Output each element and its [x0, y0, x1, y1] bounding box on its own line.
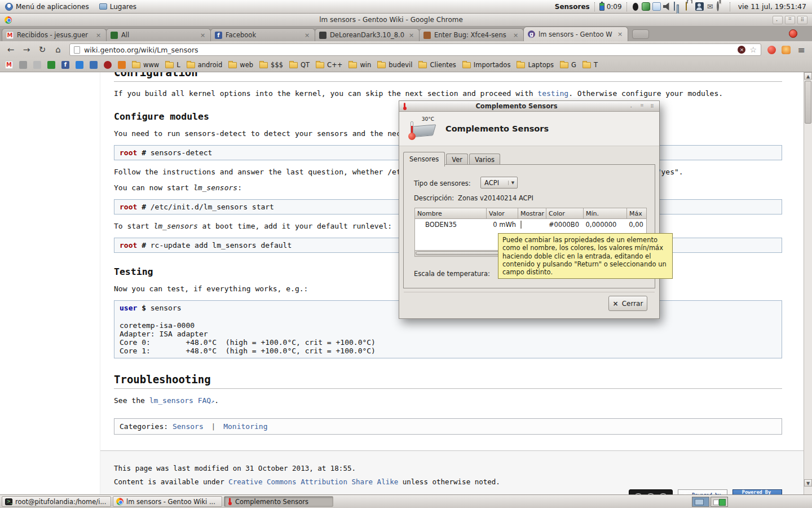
tab-lm-sensors-active[interactable]: g lm sensors - Gentoo W × — [523, 27, 628, 41]
home-button[interactable]: ⌂ — [51, 43, 65, 56]
bookmark-facebook-icon[interactable]: f — [61, 61, 69, 69]
url-text[interactable]: wiki.gentoo.org/wiki/Lm_sensors — [84, 46, 734, 54]
workspace-2[interactable] — [710, 497, 728, 507]
bookmark-folder[interactable]: win — [348, 61, 371, 69]
column-valor[interactable]: Valor — [487, 208, 518, 219]
back-button[interactable]: ← — [3, 43, 18, 56]
category-link-sensors[interactable]: Sensors — [173, 422, 204, 431]
bookmark-folder[interactable]: Laptops — [517, 61, 554, 69]
tab-close-icon[interactable]: × — [408, 32, 415, 39]
scroll-up-arrow[interactable]: ▲ — [804, 72, 812, 80]
mostrar-checkbox[interactable] — [520, 221, 522, 229]
power-icon[interactable] — [717, 1, 719, 11]
bookmark-rss-icon[interactable] — [118, 61, 126, 69]
tab-close-icon[interactable]: × — [199, 32, 206, 39]
bookmark-folder[interactable]: C++ — [316, 61, 342, 69]
category-link-monitoring[interactable]: Monitoring — [223, 422, 267, 431]
page-scrollbar[interactable]: ▲ ▼ — [804, 72, 812, 494]
mail-icon[interactable]: ✉ — [706, 2, 714, 11]
dialog-minimize-button[interactable]: ⠄ — [628, 103, 636, 110]
bookmark-folder[interactable]: budevil — [377, 61, 412, 69]
cerrar-button[interactable]: × Cerrar — [608, 296, 647, 311]
window-maximize-button[interactable]: ⠛ — [785, 16, 795, 24]
tabstrip-extension-icon[interactable] — [789, 29, 797, 38]
bookmark-dropbox-icon[interactable] — [76, 61, 83, 69]
column-min[interactable]: Mín. — [584, 208, 627, 219]
tab-close-icon[interactable]: × — [616, 30, 624, 38]
column-mostrar[interactable]: Mostrar — [518, 208, 546, 219]
bookmark-favicon[interactable] — [33, 61, 41, 69]
task-sensors-dialog[interactable]: Complemento Sensors — [224, 496, 333, 507]
link-testing[interactable]: testing — [537, 89, 568, 98]
sensors-plugin-label[interactable]: Sensores — [555, 3, 590, 11]
tab-close-icon[interactable]: × — [303, 32, 311, 39]
bookmark-star-icon[interactable]: ☆ — [749, 45, 757, 54]
window-close-button[interactable]: ⠿ — [797, 16, 807, 24]
column-color[interactable]: Color — [546, 208, 584, 219]
panel-clock[interactable]: vie 11 jul, 19:51:47 — [735, 2, 810, 11]
new-tab-button[interactable] — [632, 29, 649, 39]
link-license[interactable]: Creative Commons Attribution Share Alike — [228, 478, 398, 486]
table-row-boden35[interactable]: BODEN35 0 mWh #0000B0 0,000000 0,00 — [415, 219, 646, 230]
battery-icon[interactable] — [599, 3, 604, 11]
bookmark-folder[interactable]: $$$ — [259, 61, 283, 69]
bookmark-folder[interactable]: G — [560, 61, 576, 69]
network-icon[interactable] — [674, 2, 675, 11]
task-chrome[interactable]: lm sensors - Gentoo Wiki ... — [113, 496, 222, 507]
tab-facebook[interactable]: f Facebook × — [210, 28, 315, 41]
tab-close-icon[interactable]: × — [95, 32, 102, 39]
bookmark-folder[interactable]: T — [582, 61, 598, 69]
bookmark-folder[interactable]: Importados — [462, 61, 511, 69]
bookmark-folder-www[interactable]: www — [132, 61, 159, 69]
window-minimize-button[interactable]: ⠄ — [773, 16, 783, 24]
tab-enter-bug[interactable]: Enter Bug: Xfce4-sens × — [419, 28, 524, 41]
lock-icon[interactable] — [686, 2, 687, 11]
tab-all[interactable]: All × — [106, 28, 211, 41]
applications-menu[interactable]: Menú de aplicaciones — [0, 0, 94, 13]
extension-orange-icon[interactable] — [782, 46, 791, 54]
chrome-menu-button[interactable]: ≡ — [794, 45, 809, 55]
bookmark-favicon[interactable] — [47, 61, 55, 69]
tab-gmail[interactable]: M Recibidos - jesus.guer × — [2, 28, 107, 41]
task-terminal[interactable]: >_ root@pitufolandia:/home/i... — [2, 496, 111, 507]
mouse-icon[interactable] — [633, 3, 638, 11]
dialog-close-button[interactable]: ⠿ — [648, 103, 656, 110]
semantic-mediawiki-badge[interactable]: ☀ Powered BySemantic MediaWiki — [732, 489, 782, 494]
clipboard-icon[interactable] — [652, 2, 661, 11]
forward-button[interactable]: → — [19, 43, 34, 56]
tab-close-icon[interactable]: × — [512, 32, 519, 39]
bookmark-favicon[interactable] — [90, 61, 98, 69]
bookmark-folder[interactable]: android — [187, 61, 223, 69]
scrollbar-thumb[interactable] — [805, 81, 811, 124]
bookmark-favicon[interactable] — [19, 61, 27, 69]
sensor-type-combobox[interactable]: ACPI ▼ — [480, 177, 518, 189]
mediawiki-badge[interactable]: Powered byMediaWiki — [678, 489, 727, 494]
tab-deloreandark[interactable]: DeLoreanDark3.10_8.0 × — [315, 28, 420, 41]
scroll-down-arrow[interactable]: ▼ — [804, 479, 812, 487]
color-value[interactable]: #0000B0 — [546, 221, 584, 229]
workspace-1[interactable] — [692, 497, 709, 507]
blocked-plugin-icon[interactable]: × — [738, 46, 745, 54]
dialog-titlebar[interactable]: Complemento Sensors ⠄ ⠛ ⠿ — [399, 101, 659, 112]
bookmark-gmail-icon[interactable]: M — [5, 61, 13, 69]
bookmark-folder[interactable]: QT — [289, 61, 310, 69]
user-icon[interactable] — [695, 2, 704, 11]
bookmark-favicon[interactable] — [104, 61, 112, 69]
link-lm-sensors-faq[interactable]: lm_sensors FAQ — [149, 396, 211, 405]
volume-icon[interactable] — [663, 2, 672, 11]
extension-red-icon[interactable] — [767, 46, 776, 54]
tab-sensores[interactable]: Sensores — [403, 152, 445, 167]
address-bar[interactable]: wiki.gentoo.org/wiki/Lm_sensors × ☆ — [69, 43, 761, 56]
column-nombre[interactable]: Nombre — [414, 208, 487, 219]
reload-button[interactable]: ↻ — [35, 43, 50, 56]
bookmark-folder[interactable]: L — [165, 61, 180, 69]
dialog-maximize-button[interactable]: ⠛ — [638, 103, 646, 110]
monitor-applet-icon[interactable] — [642, 2, 650, 11]
description-label: Descripción: — [414, 194, 454, 202]
bookmark-folder[interactable]: web — [228, 61, 253, 69]
places-menu[interactable]: Lugares — [94, 0, 142, 13]
bookmark-folder[interactable]: Clientes — [418, 61, 456, 69]
column-max[interactable]: Máx — [627, 208, 647, 219]
section-heading-troubleshooting: Troubleshooting — [114, 373, 782, 389]
cc-by-sa-badge[interactable]: cc BY SA — [629, 489, 673, 494]
